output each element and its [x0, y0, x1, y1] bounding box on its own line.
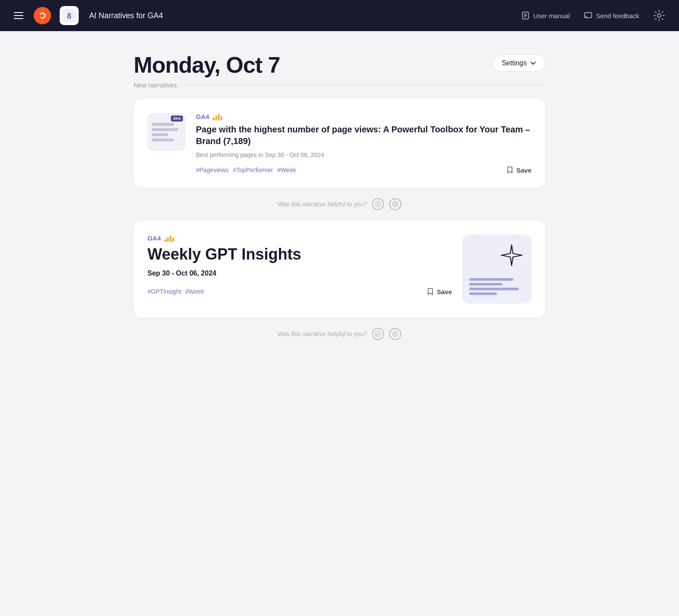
settings-gear-icon[interactable] — [653, 10, 665, 22]
card1-subtitle: Best performing pages in Sep 30 - Oct 06… — [196, 151, 532, 158]
nav-actions: User manual Send feedback — [521, 10, 665, 22]
sparkle-icon — [500, 243, 524, 267]
send-feedback-button[interactable]: Send feedback — [584, 11, 639, 20]
tag-week[interactable]: #Week — [277, 167, 296, 173]
feedback-icon — [584, 11, 593, 20]
card2-title: Weekly GPT Insights — [147, 245, 452, 263]
tag-topperformer[interactable]: #TopPerformer — [233, 167, 273, 173]
tag-pageviews[interactable]: #Pageviews — [196, 167, 229, 173]
page-header: Monday, Oct 7 Settings — [134, 52, 545, 78]
card2-body: GA4 Weekly GPT Insights Sep 30 - Oct 06,… — [147, 234, 452, 295]
bookmark-icon-2 — [426, 288, 434, 295]
page-date: Monday, Oct 7 — [134, 52, 280, 78]
card2-date: Sep 30 - Oct 06, 2024 — [147, 270, 452, 277]
tag-gptinsight[interactable]: #GPTInsight — [147, 288, 181, 295]
svg-point-9 — [657, 14, 661, 17]
card1-body: GA4 Page with the highest number of page… — [196, 113, 532, 174]
helpful-row-1: Was this narrative helpful to you? — [134, 188, 545, 221]
card1-footer: #Pageviews #TopPerformer #Week Save — [196, 166, 532, 174]
narrative-card-2: GA4 Weekly GPT Insights Sep 30 - Oct 06,… — [134, 221, 545, 318]
helpful-no-button[interactable] — [389, 198, 401, 210]
svg-text:8: 8 — [67, 12, 71, 20]
card1-source: GA4 — [196, 113, 532, 120]
bar-chart-icon — [213, 113, 222, 120]
brand-logo — [34, 7, 51, 24]
card2-save-button[interactable]: Save — [426, 288, 452, 295]
hamburger-menu[interactable] — [14, 12, 23, 19]
close-icon-2 — [392, 331, 398, 337]
card2-thumbnail — [462, 234, 532, 304]
checkmark-icon-2 — [375, 331, 381, 337]
checkmark-icon — [375, 201, 381, 207]
settings-button[interactable]: Settings — [493, 55, 545, 72]
tag-week-2[interactable]: #Week — [186, 288, 204, 295]
section-label: New narratives — [134, 81, 545, 89]
helpful-no-button-2[interactable] — [389, 328, 401, 340]
bar-chart-icon-2 — [164, 235, 174, 242]
chevron-down-icon — [530, 60, 536, 66]
svg-point-0 — [37, 10, 48, 21]
helpful-yes-button[interactable] — [372, 198, 384, 210]
card1-save-button[interactable]: Save — [506, 166, 532, 174]
card2-tags: #GPTInsight #Week — [147, 288, 204, 295]
navbar: 8 AI Narratives for GA4 User manual Send… — [0, 0, 679, 31]
card1-tags: #Pageviews #TopPerformer #Week — [196, 167, 296, 173]
app-icon: 8 — [60, 6, 79, 25]
svg-point-10 — [375, 202, 381, 207]
user-manual-button[interactable]: User manual — [521, 11, 570, 20]
card2-source: GA4 — [147, 234, 452, 242]
bookmark-icon — [506, 166, 514, 174]
narrative-card-1: 35% GA4 Page with the highest number of … — [134, 99, 545, 188]
close-icon — [392, 201, 398, 207]
svg-point-12 — [375, 331, 381, 337]
card1-thumbnail: 35% — [147, 113, 186, 151]
helpful-row-2: Was this narrative helpful to you? — [134, 318, 545, 350]
app-title: AI Narratives for GA4 — [89, 11, 514, 20]
book-icon — [521, 11, 530, 20]
card2-footer: #GPTInsight #Week Save — [147, 288, 452, 295]
svg-point-1 — [40, 13, 42, 15]
card1-title: Page with the highest number of page vie… — [196, 124, 532, 147]
main-content: Monday, Oct 7 Settings New narratives 35… — [123, 31, 556, 371]
helpful-yes-button-2[interactable] — [372, 328, 384, 340]
percentage-badge: 35% — [171, 116, 183, 122]
